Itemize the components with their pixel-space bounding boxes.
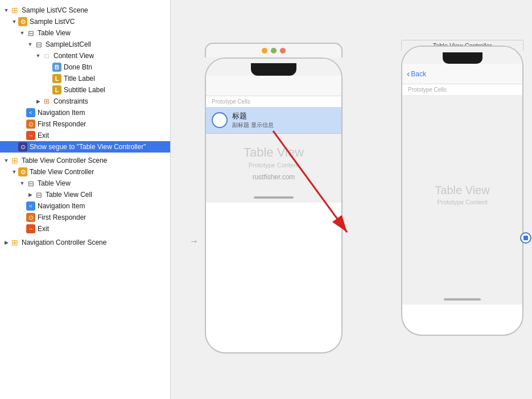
navitem-icon: < <box>26 108 35 117</box>
sidebar-item-title-label[interactable]: L Title Label <box>0 73 170 84</box>
sidebar-item-tablevc[interactable]: ▼ ⊙ Table View Controller <box>0 166 170 178</box>
cell-subtitle: 副标题 显示信息 <box>232 121 274 129</box>
chevron-down-icon: ▼ <box>10 19 18 24</box>
scene-icon-2: ⊞ <box>10 156 19 165</box>
chevron-right-icon: ▶ <box>2 240 10 245</box>
sidebar-item-label: Constraints <box>53 97 88 105</box>
sidebar-item-table-view-2[interactable]: ▼ ⊟ Table View <box>0 178 170 189</box>
chevron-down-icon: ▼ <box>18 180 26 186</box>
chevron-down-icon: ▼ <box>2 158 10 163</box>
notch-right <box>443 52 482 64</box>
label-icon: L <box>52 85 61 94</box>
cell-title: 标题 <box>232 111 274 121</box>
sidebar-item-exit-2[interactable]: → Exit <box>0 223 170 235</box>
cell-icon: ⊟ <box>34 40 43 49</box>
sidebar-item-label: Table View Controller Scene <box>22 157 108 164</box>
sidebar-item-label: Navigation Item <box>38 109 85 117</box>
sidebar-item-label: Sample ListVC Scene <box>22 6 88 14</box>
cell-circle <box>212 112 228 128</box>
sidebar-item-label: Exit <box>38 225 49 233</box>
home-bar-left <box>254 196 294 199</box>
window-dot-yellow <box>262 48 267 54</box>
table-view-title-right: Table View <box>435 184 489 197</box>
sidebar-item-nav-ctrl-scene[interactable]: ▶ ⊞ Navigation Controller Scene <box>0 237 170 248</box>
contentview-icon: □ <box>42 51 51 60</box>
tableview-icon-2: ⊟ <box>26 179 35 188</box>
url-label: rustfisher.com <box>253 173 295 181</box>
sidebar-item-sample-listvc[interactable]: ▼ ⊙ Sample ListVC <box>0 16 170 27</box>
chevron-right-icon: ▶ <box>26 192 34 198</box>
navscene-icon: ⊞ <box>10 238 19 247</box>
sidebar-item-sample-listvc-scene[interactable]: ▼ ⊞ Sample ListVC Scene <box>0 5 170 16</box>
segue-connector-inner <box>523 236 528 240</box>
notch-left <box>251 63 296 76</box>
sidebar-item-label: Done Btn <box>64 63 92 71</box>
chevron-down-icon: ▼ <box>2 7 10 13</box>
left-arrow-icon: → <box>189 236 199 246</box>
sidebar-item-label: Table View Controller <box>30 168 94 176</box>
scene-tree-sidebar[interactable]: ▼ ⊞ Sample ListVC Scene ▼ ⊙ Sample ListV… <box>0 0 171 399</box>
left-nav-bar <box>206 76 341 96</box>
prototype-content-label-right: Prototype Content <box>437 199 488 205</box>
sidebar-item-first-responder-1[interactable]: ⊙ First Responder <box>0 118 170 130</box>
sidebar-item-label: Navigation Controller Scene <box>22 238 106 246</box>
chevron-down-icon: ▼ <box>26 42 34 47</box>
vc-icon: ⊙ <box>18 17 27 26</box>
back-button[interactable]: ‹ Back <box>402 69 426 79</box>
responder-icon-2: ⊙ <box>26 213 35 222</box>
scene-icon: ⊞ <box>10 6 19 15</box>
responder-icon: ⊙ <box>26 120 35 129</box>
chevron-down-icon: ▼ <box>10 169 18 175</box>
segue-icon: ⊙ <box>18 142 27 151</box>
navitem-icon-2: < <box>26 201 35 211</box>
sidebar-item-exit-1[interactable]: → Exit <box>0 130 170 141</box>
sidebar-item-samplelistcell[interactable]: ▼ ⊟ SampleListCell <box>0 39 170 50</box>
right-phone: ‹ Back Prototype Cells Table View Protot… <box>401 46 523 336</box>
sidebar-item-subtitle-label[interactable]: L Subtitle Label <box>0 84 170 96</box>
table-view-title-left: Table View <box>244 145 304 160</box>
exit-icon: → <box>26 131 35 140</box>
sidebar-item-table-view[interactable]: ▼ ⊟ Table View <box>0 27 170 39</box>
sidebar-item-label: First Responder <box>38 120 86 128</box>
sidebar-item-label: Table View <box>38 29 71 37</box>
window-dot-green <box>271 48 277 54</box>
main-canvas: Prototype Cells 标题 副标题 显示信息 Table View P… <box>171 0 532 399</box>
sidebar-item-tablevc-scene[interactable]: ▼ ⊞ Table View Controller Scene <box>0 155 170 166</box>
home-bar-right <box>444 298 481 301</box>
vc-icon-2: ⊙ <box>18 167 27 176</box>
sidebar-item-label: Show segue to "Table View Controller" <box>30 143 146 151</box>
label-icon: L <box>52 74 61 83</box>
sidebar-item-label: Table View Cell <box>46 191 92 199</box>
home-indicator-right <box>402 294 522 305</box>
sidebar-item-label: Sample ListVC <box>30 18 75 26</box>
sidebar-item-show-segue[interactable]: ⊙ Show segue to "Table View Controller" <box>0 141 170 153</box>
right-nav-bar: ‹ Back <box>402 64 522 84</box>
back-arrow-icon: ‹ <box>407 69 410 79</box>
sidebar-item-content-view[interactable]: ▼ □ Content View <box>0 50 170 61</box>
sidebar-item-nav-item-1[interactable]: < Navigation Item <box>0 107 170 118</box>
sidebar-item-constraints[interactable]: ▶ ⊞ Constraints <box>0 96 170 107</box>
sidebar-item-label: Content View <box>53 52 94 60</box>
btn-icon: B <box>52 63 61 72</box>
sidebar-item-label: Title Label <box>64 75 95 83</box>
prototype-label-right: Prototype Cells <box>402 84 522 95</box>
sidebar-item-label: Subtitle Label <box>64 86 105 94</box>
cell-text: 标题 副标题 显示信息 <box>232 111 274 129</box>
sidebar-item-done-btn[interactable]: B Done Btn <box>0 61 170 73</box>
chevron-down-icon: ▼ <box>34 53 42 59</box>
exit-icon-2: → <box>26 224 35 233</box>
sidebar-item-label: Exit <box>38 131 49 139</box>
sidebar-item-label: Table View <box>38 179 71 187</box>
cell-row[interactable]: 标题 副标题 显示信息 <box>206 107 341 134</box>
sidebar-item-table-view-cell[interactable]: ▶ ⊟ Table View Cell <box>0 189 170 200</box>
sidebar-item-first-responder-2[interactable]: ⊙ First Responder <box>0 212 170 223</box>
chevron-right-icon: ▶ <box>34 98 42 104</box>
chevron-down-icon: ▼ <box>18 30 26 36</box>
prototype-content-label-left: Prototype Content <box>249 162 299 168</box>
window-dot-red <box>280 48 286 54</box>
cell-icon-2: ⊟ <box>34 190 43 199</box>
constraints-icon: ⊞ <box>42 97 51 106</box>
sidebar-item-nav-item-2[interactable]: < Navigation Item <box>0 200 170 212</box>
segue-connector[interactable] <box>520 232 531 244</box>
back-label: Back <box>411 70 426 78</box>
